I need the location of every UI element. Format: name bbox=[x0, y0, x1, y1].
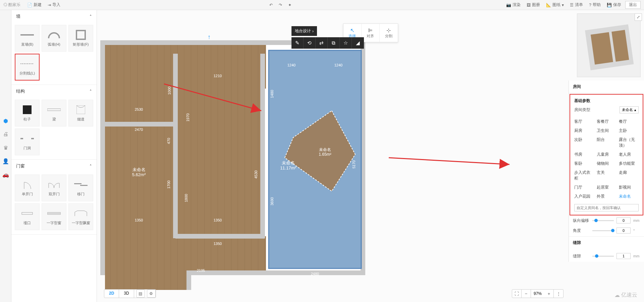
swap-icon[interactable]: ⇄ bbox=[316, 37, 328, 49]
zoom-menu[interactable]: ⋮ bbox=[554, 290, 563, 298]
gap-slider[interactable] bbox=[592, 256, 614, 257]
platform-design-tag[interactable]: 地台设计 › bbox=[291, 26, 317, 36]
svg-text:1350: 1350 bbox=[214, 242, 222, 246]
list-button[interactable]: ☰ 清单 bbox=[570, 2, 583, 8]
pass-through-item[interactable]: 垭口 bbox=[15, 203, 40, 230]
settings-icon[interactable]: ⚙ bbox=[147, 290, 156, 298]
gap-label: 缝隙 bbox=[573, 253, 590, 259]
straight-window-item[interactable]: 一字型窗 bbox=[42, 203, 66, 230]
door-window-section-header[interactable]: 门窗˄ bbox=[11, 160, 97, 172]
sliding-door-item[interactable]: 移门 bbox=[68, 174, 93, 201]
exit-button[interactable]: 退出 bbox=[625, 1, 641, 9]
room-type-option[interactable]: 影视间 bbox=[619, 185, 639, 190]
svg-rect-22 bbox=[105, 45, 266, 89]
room-type-option[interactable]: 餐厅 bbox=[619, 119, 639, 124]
arc-wall-item[interactable]: 弧墙(H) bbox=[42, 25, 66, 52]
single-door-item[interactable]: 单开门 bbox=[15, 174, 40, 201]
svg-text:1800: 1800 bbox=[184, 194, 188, 202]
new-button[interactable]: 📄 新建 bbox=[27, 2, 42, 8]
split-tool[interactable]: ⊹分割 bbox=[380, 24, 398, 42]
room-type-option[interactable]: 次卧 bbox=[574, 137, 594, 148]
zoom-in[interactable]: + bbox=[544, 290, 554, 298]
beam-item[interactable]: 梁 bbox=[42, 100, 66, 127]
door-opening-item[interactable]: 门洞 bbox=[15, 129, 40, 155]
room-type-option[interactable]: 客餐厅 bbox=[597, 119, 616, 124]
room-type-option[interactable]: 储物间 bbox=[597, 161, 616, 166]
room-type-option[interactable]: 客卧 bbox=[574, 161, 594, 166]
rect-wall-item[interactable]: 矩形墙(F) bbox=[68, 25, 93, 52]
custom-room-name-input[interactable] bbox=[574, 204, 639, 211]
room-type-option[interactable]: 起居室 bbox=[597, 185, 616, 190]
room-type-option[interactable]: 老人房 bbox=[619, 152, 639, 157]
vertical-offset-input[interactable] bbox=[616, 217, 631, 223]
straight-wall-item[interactable]: 直墙(B) bbox=[15, 25, 40, 52]
room-type-option[interactable]: 卫生间 bbox=[597, 128, 616, 134]
minimap-toggle[interactable]: ⤢ bbox=[635, 13, 642, 21]
room-type-option[interactable]: 门厅 bbox=[574, 185, 594, 190]
room-type-option[interactable]: 露台（无顶） bbox=[619, 137, 639, 148]
structure-section-header[interactable]: 结构˄ bbox=[11, 85, 97, 98]
svg-text:1700: 1700 bbox=[167, 181, 171, 189]
room-type-option[interactable]: 入户花园 bbox=[574, 194, 594, 199]
gap-input[interactable] bbox=[616, 253, 631, 259]
panel-title: 房间 bbox=[569, 81, 644, 93]
room-type-option[interactable]: 客厅 bbox=[574, 119, 594, 124]
drawing-button[interactable]: 📐 图纸 ▾ bbox=[546, 2, 564, 8]
room-type-option[interactable]: 未命名 bbox=[619, 194, 639, 199]
user-icon[interactable]: 👤 bbox=[2, 158, 9, 164]
minimap[interactable] bbox=[577, 13, 641, 77]
star-icon[interactable]: ☆ bbox=[340, 37, 352, 49]
home-icon[interactable]: ⬢ bbox=[2, 117, 9, 124]
angle-slider[interactable] bbox=[592, 230, 614, 231]
room-type-option[interactable]: 儿童房 bbox=[597, 152, 616, 157]
view-switch: 2D 3D ▤ ⚙ bbox=[104, 289, 156, 298]
car-icon[interactable]: 🚗 bbox=[2, 171, 9, 178]
room-type-option[interactable]: 阳台 bbox=[597, 137, 616, 148]
crown-icon[interactable]: ♛ bbox=[2, 144, 9, 151]
room-type-option[interactable]: 书房 bbox=[574, 152, 594, 157]
room-type-option[interactable]: 玄关 bbox=[597, 170, 616, 181]
room-type-option[interactable]: 走廊 bbox=[619, 170, 639, 181]
room-type-option[interactable]: 步入式衣柜 bbox=[574, 170, 594, 181]
rotate-icon[interactable]: ⟲ bbox=[304, 37, 316, 49]
column-item[interactable]: 柱子 bbox=[15, 100, 40, 127]
view-3d[interactable]: 3D bbox=[119, 290, 134, 298]
room-type-option[interactable]: 多功能室 bbox=[619, 161, 639, 166]
svg-text:4530: 4530 bbox=[254, 170, 258, 179]
svg-text:470: 470 bbox=[167, 138, 171, 144]
fullscreen-icon[interactable]: ⛶ bbox=[512, 290, 522, 298]
floorplan-canvas[interactable]: 未命名5.62m² 未命名1.65m² 未命名11.17m² 2530 2470… bbox=[97, 10, 644, 302]
room-type-option[interactable]: 厨房 bbox=[574, 128, 594, 134]
property-panel: 房间 基础参数 房间类型 未命名▴ 客厅客餐厅餐厅厨房卫生间主卧次卧阳台露台（无… bbox=[569, 81, 644, 262]
divider-line-item[interactable]: 分割线(L) bbox=[15, 54, 40, 81]
app-logo: ◎ 酷家乐 bbox=[3, 2, 20, 8]
bay-window-item[interactable]: 一字型飘窗 bbox=[68, 203, 93, 230]
zoom-out[interactable]: − bbox=[522, 290, 531, 298]
import-button[interactable]: ⇥ 导入 bbox=[48, 2, 60, 8]
album-button[interactable]: 🖼 图册 bbox=[527, 2, 540, 8]
edit-icon[interactable]: ✎ bbox=[291, 37, 304, 49]
view-2d[interactable]: 2D bbox=[104, 290, 119, 298]
room-type-option[interactable]: 外景 bbox=[597, 194, 616, 199]
magic-button[interactable]: ✦ bbox=[288, 3, 291, 7]
save-button[interactable]: 💾 保存 bbox=[607, 2, 621, 8]
double-door-item[interactable]: 双开门 bbox=[42, 174, 66, 201]
copy-icon[interactable]: ⧉ bbox=[328, 37, 340, 49]
layers-icon[interactable]: ▤ bbox=[136, 290, 145, 298]
vertical-offset-slider[interactable] bbox=[592, 220, 614, 221]
room-type-dropdown[interactable]: 未命名▴ bbox=[620, 106, 639, 113]
undo-button[interactable]: ↶ bbox=[269, 3, 273, 7]
help-button[interactable]: ? 帮助 bbox=[589, 2, 601, 8]
align-tool[interactable]: ⊫对齐 bbox=[362, 24, 380, 42]
svg-text:1350: 1350 bbox=[214, 218, 222, 222]
flue-item[interactable]: 烟道 bbox=[68, 100, 93, 127]
angle-label: 角度 bbox=[573, 228, 590, 234]
room-type-option[interactable]: 主卧 bbox=[619, 128, 639, 134]
svg-rect-8 bbox=[74, 183, 82, 184]
print-icon[interactable]: 🖨 bbox=[2, 131, 9, 138]
erase-icon[interactable]: ◢ bbox=[352, 37, 364, 49]
redo-button[interactable]: ↷ bbox=[279, 3, 282, 7]
wall-section-header[interactable]: 墙˄ bbox=[11, 10, 97, 23]
render-button[interactable]: 📷 渲染 bbox=[506, 2, 521, 8]
angle-input[interactable] bbox=[616, 228, 631, 234]
